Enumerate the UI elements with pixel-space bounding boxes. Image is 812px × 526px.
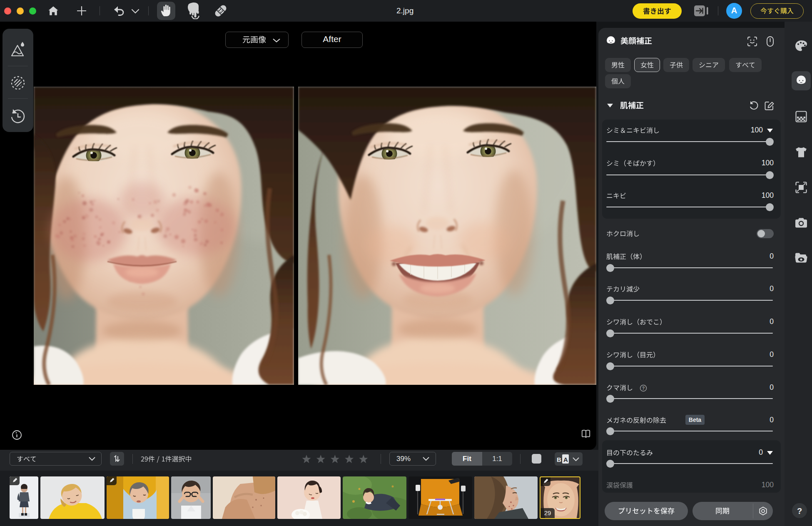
svg-text:?: ? [642, 386, 645, 391]
